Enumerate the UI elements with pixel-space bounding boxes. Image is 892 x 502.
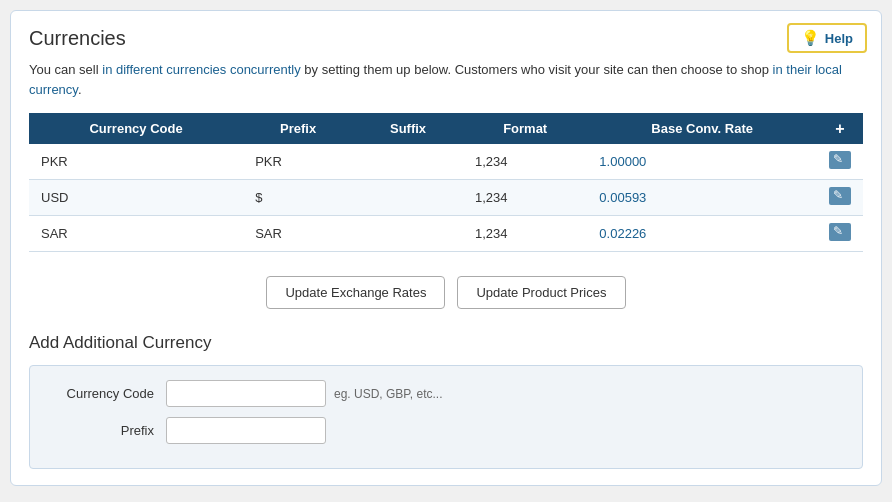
cell-rate: 1.00000 xyxy=(587,144,817,180)
cell-edit[interactable] xyxy=(817,144,863,180)
col-currency-code: Currency Code xyxy=(29,113,243,144)
cell-format: 1,234 xyxy=(463,180,587,216)
edit-icon[interactable] xyxy=(829,187,851,205)
cell-code: USD xyxy=(29,180,243,216)
cell-prefix: SAR xyxy=(243,216,353,252)
desc-emphasis-1: in different currencies concurrently xyxy=(102,62,300,77)
update-product-prices-button[interactable]: Update Product Prices xyxy=(457,276,625,309)
cell-edit[interactable] xyxy=(817,180,863,216)
col-prefix: Prefix xyxy=(243,113,353,144)
currency-code-label: Currency Code xyxy=(46,386,166,401)
edit-icon[interactable] xyxy=(829,223,851,241)
add-column-icon: + xyxy=(817,120,863,138)
cell-format: 1,234 xyxy=(463,144,587,180)
cell-code: PKR xyxy=(29,144,243,180)
table-row: SAR SAR 1,234 0.02226 xyxy=(29,216,863,252)
update-exchange-rates-button[interactable]: Update Exchange Rates xyxy=(266,276,445,309)
table-row: PKR PKR 1,234 1.00000 xyxy=(29,144,863,180)
edit-icon[interactable] xyxy=(829,151,851,169)
cell-rate: 0.00593 xyxy=(587,180,817,216)
add-currency-form: Currency Code eg. USD, GBP, etc... Prefi… xyxy=(29,365,863,469)
cell-edit[interactable] xyxy=(817,216,863,252)
table-header-row: Currency Code Prefix Suffix Format Base … xyxy=(29,113,863,144)
col-actions[interactable]: + xyxy=(817,113,863,144)
cell-suffix xyxy=(353,144,463,180)
cell-format: 1,234 xyxy=(463,216,587,252)
cell-prefix: PKR xyxy=(243,144,353,180)
page-title: Currencies xyxy=(29,27,863,50)
help-label: Help xyxy=(825,31,853,46)
description-text: You can sell in different currencies con… xyxy=(29,60,863,99)
add-currency-section-title: Add Additional Currency xyxy=(29,333,863,353)
main-container: Currencies 💡 Help You can sell in differ… xyxy=(10,10,882,486)
cell-suffix xyxy=(353,180,463,216)
help-button[interactable]: 💡 Help xyxy=(787,23,867,53)
currency-code-hint: eg. USD, GBP, etc... xyxy=(334,387,443,401)
currencies-table: Currency Code Prefix Suffix Format Base … xyxy=(29,113,863,252)
prefix-input[interactable] xyxy=(166,417,326,444)
col-suffix: Suffix xyxy=(353,113,463,144)
prefix-row: Prefix xyxy=(46,417,846,444)
cell-prefix: $ xyxy=(243,180,353,216)
currency-code-row: Currency Code eg. USD, GBP, etc... xyxy=(46,380,846,407)
cell-code: SAR xyxy=(29,216,243,252)
col-format: Format xyxy=(463,113,587,144)
action-buttons-row: Update Exchange Rates Update Product Pri… xyxy=(29,276,863,309)
prefix-label: Prefix xyxy=(46,423,166,438)
bulb-icon: 💡 xyxy=(801,29,820,47)
col-base-conv-rate: Base Conv. Rate xyxy=(587,113,817,144)
cell-rate: 0.02226 xyxy=(587,216,817,252)
currency-code-input[interactable] xyxy=(166,380,326,407)
cell-suffix xyxy=(353,216,463,252)
table-row: USD $ 1,234 0.00593 xyxy=(29,180,863,216)
